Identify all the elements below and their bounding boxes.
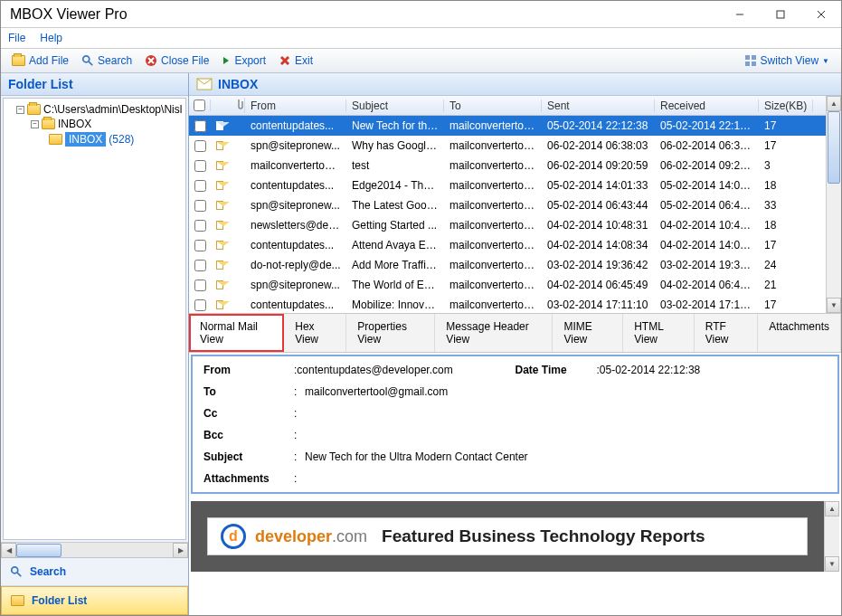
row-checkbox[interactable] [194, 280, 206, 291]
tab-properties-view[interactable]: Properties View [346, 314, 435, 352]
mail-row[interactable]: contentupdates...Mobilize: Innovat...mai… [189, 295, 826, 313]
row-to: mailconvertertool... [444, 219, 542, 232]
search-button[interactable]: Search [76, 52, 137, 69]
col-received[interactable]: Received [655, 100, 759, 112]
tree-inbox-sub[interactable]: INBOX (528) [5, 131, 184, 147]
row-checkbox[interactable] [194, 220, 206, 232]
mail-grid: From Subject To Sent Received Size(KB) c… [189, 96, 826, 313]
row-checkbox[interactable] [194, 200, 206, 212]
col-size[interactable]: Size(KB) [759, 100, 813, 112]
window-title: MBOX Viewer Pro [10, 6, 128, 23]
mail-row[interactable]: contentupdates...Edge2014 - The P...mail… [189, 175, 826, 195]
sidebar-tab-folder-list[interactable]: Folder List [1, 586, 188, 615]
sidebar-tab-search[interactable]: Search [1, 558, 188, 586]
scroll-thumb[interactable] [828, 111, 840, 184]
mail-icon [196, 78, 213, 90]
mail-icon [216, 141, 223, 150]
col-sent[interactable]: Sent [542, 100, 655, 112]
inbox-count: (528) [109, 133, 134, 146]
row-sent: 05-02-2014 22:12:38 [542, 119, 655, 132]
row-size: 17 [759, 299, 813, 311]
search-icon [10, 565, 23, 578]
tree-root[interactable]: − C:\Users\admin\Desktop\Nisl [5, 102, 184, 117]
collapse-icon[interactable]: − [16, 106, 24, 114]
col-to[interactable]: To [444, 100, 542, 112]
row-from: spn@sitepronew... [245, 139, 346, 152]
exit-button[interactable]: Exit [273, 52, 318, 69]
close-button[interactable] [800, 1, 841, 28]
row-checkbox[interactable] [194, 160, 206, 172]
subject-value: New Tech for the Ultra Modern Contact Ce… [305, 450, 827, 463]
mail-row[interactable]: contentupdates...New Tech for the ...mai… [189, 116, 826, 136]
bcc-value [305, 429, 827, 441]
folder-tree[interactable]: − C:\Users\admin\Desktop\Nisl − INBOX IN… [3, 98, 186, 540]
mail-row[interactable]: contentupdates...Attend Avaya Evo...mail… [189, 235, 826, 255]
tab-attachments[interactable]: Attachments [758, 314, 841, 352]
row-size: 17 [759, 119, 813, 132]
mail-row[interactable]: newsletters@dev...Getting Started ...mai… [189, 215, 826, 235]
mail-row[interactable]: do-not-reply@de...Add More Traffic ...ma… [189, 255, 826, 275]
scroll-right-icon[interactable]: ▶ [173, 543, 188, 558]
mail-row[interactable]: spn@sitepronew...Why has Google ...mailc… [189, 136, 826, 156]
col-subject[interactable]: Subject [346, 100, 444, 112]
tab-message-header-view[interactable]: Message Header View [435, 314, 553, 352]
switch-view-dropdown[interactable]: Switch View ▼ [738, 52, 836, 70]
select-all-checkbox[interactable] [194, 100, 205, 111]
row-checkbox[interactable] [194, 240, 206, 251]
inbox-header-label: INBOX [218, 77, 258, 91]
preview-vscroll[interactable]: ▲ ▼ [824, 501, 839, 572]
svg-marker-9 [223, 57, 229, 64]
row-checkbox[interactable] [194, 120, 206, 132]
col-checkbox[interactable] [189, 100, 211, 111]
export-icon [222, 55, 231, 66]
close-file-label: Close File [161, 54, 209, 67]
cc-value [305, 407, 827, 420]
add-file-button[interactable]: Add File [6, 52, 74, 69]
tree-root-label: C:\Users\admin\Desktop\Nisl [43, 103, 182, 116]
close-file-button[interactable]: Close File [139, 52, 214, 69]
minimize-button[interactable] [719, 1, 760, 28]
row-checkbox[interactable] [194, 180, 206, 192]
svg-rect-13 [752, 55, 756, 60]
mail-row[interactable]: spn@sitepronew...The Latest Googl...mail… [189, 195, 826, 215]
paperclip-icon [234, 98, 243, 110]
row-checkbox[interactable] [194, 299, 206, 311]
row-received: 04-02-2014 10:48:... [655, 219, 759, 232]
row-subject: The World of Eco... [346, 279, 444, 291]
collapse-icon[interactable]: − [31, 120, 39, 128]
toolbar: Add File Search Close File Export Exit S… [1, 48, 841, 73]
tree-hscroll[interactable]: ◀ ▶ [1, 542, 188, 557]
row-checkbox[interactable] [194, 260, 206, 271]
scroll-up-icon[interactable]: ▲ [825, 501, 839, 516]
mail-row[interactable]: mailconvertertool...testmailconvertertoo… [189, 156, 826, 175]
menu-file[interactable]: File [8, 32, 25, 44]
switch-view-label: Switch View [761, 54, 818, 67]
chevron-down-icon: ▼ [822, 57, 829, 65]
mail-preview: d developer.com Featured Business Techno… [191, 501, 839, 572]
menu-help[interactable]: Help [40, 32, 62, 44]
scroll-thumb[interactable] [16, 544, 61, 557]
tree-inbox[interactable]: − INBOX [5, 117, 184, 131]
menu-bar: File Help [1, 28, 841, 48]
grid-vscroll[interactable]: ▲ ▼ [826, 96, 841, 313]
tab-normal-mail-view[interactable]: Normal Mail View [189, 314, 284, 352]
tab-hex-view[interactable]: Hex View [284, 314, 346, 352]
search-icon [81, 54, 94, 67]
tab-rtf-view[interactable]: RTF View [695, 314, 759, 352]
export-button[interactable]: Export [216, 52, 271, 69]
row-checkbox[interactable] [194, 140, 206, 152]
scroll-up-icon[interactable]: ▲ [827, 96, 841, 111]
tab-html-view[interactable]: HTML View [623, 314, 695, 352]
scroll-down-icon[interactable]: ▼ [827, 298, 841, 313]
svg-rect-12 [745, 55, 750, 60]
row-subject: Mobilize: Innovat... [346, 299, 444, 311]
mail-row[interactable]: spn@sitepronew...The World of Eco...mail… [189, 275, 826, 295]
scroll-down-icon[interactable]: ▼ [825, 556, 839, 572]
row-to: mailconvertertool... [444, 239, 542, 251]
col-from[interactable]: From [245, 100, 346, 112]
scroll-left-icon[interactable]: ◀ [1, 543, 16, 558]
to-value: mailconvertertool@gmail.com [305, 385, 827, 398]
row-size: 17 [759, 239, 813, 251]
maximize-button[interactable] [760, 1, 800, 28]
tab-mime-view[interactable]: MIME View [553, 314, 623, 352]
